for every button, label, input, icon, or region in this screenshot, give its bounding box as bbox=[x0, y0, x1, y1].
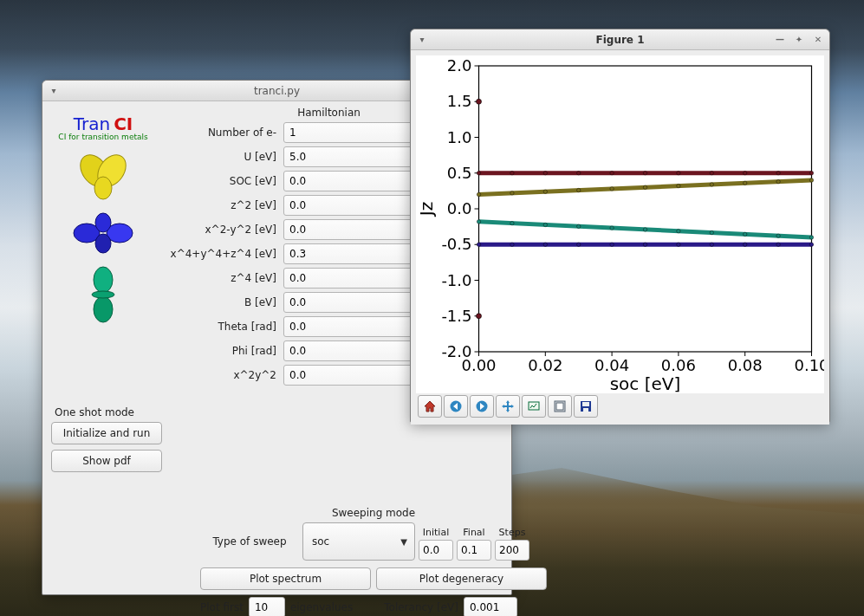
steps-label: Steps bbox=[499, 527, 526, 538]
svg-point-67 bbox=[543, 223, 547, 226]
orbital-blue-icon bbox=[53, 212, 153, 254]
type-of-sweep-label: Type of sweep bbox=[200, 535, 299, 548]
save-icon[interactable] bbox=[574, 395, 598, 418]
orbital-yellow-icon bbox=[53, 153, 153, 200]
final-label: Final bbox=[463, 527, 484, 538]
maximize-icon[interactable]: ✦ bbox=[793, 33, 805, 45]
svg-point-84 bbox=[744, 243, 747, 246]
svg-text:0.06: 0.06 bbox=[661, 356, 696, 374]
svg-text:-0.5: -0.5 bbox=[441, 235, 471, 253]
svg-point-71 bbox=[677, 230, 680, 233]
final-input[interactable] bbox=[457, 540, 491, 561]
svg-point-53 bbox=[809, 172, 813, 175]
ham-field-label: SOC [eV] bbox=[153, 175, 283, 187]
plot-spectrum-button[interactable]: Plot spectrum bbox=[200, 567, 371, 590]
ham-field-label: Number of e- bbox=[153, 126, 283, 139]
window-menu-icon[interactable]: ▾ bbox=[48, 84, 60, 96]
svg-point-5 bbox=[95, 213, 111, 232]
svg-point-52 bbox=[776, 172, 780, 175]
brand-subtitle: CI for transition metals bbox=[53, 133, 153, 141]
svg-point-81 bbox=[643, 243, 646, 246]
plot-first-label: Plot first bbox=[200, 601, 244, 613]
ham-field-label: U [eV] bbox=[153, 151, 283, 163]
svg-point-49 bbox=[677, 172, 680, 175]
close-icon[interactable]: ✕ bbox=[812, 33, 824, 45]
svg-text:-1.0: -1.0 bbox=[441, 271, 471, 289]
svg-rect-95 bbox=[582, 402, 589, 406]
configure-icon[interactable] bbox=[548, 395, 572, 418]
svg-text:soc  [eV]: soc [eV] bbox=[610, 373, 681, 393]
sweeping-mode-label: Sweeping mode bbox=[200, 507, 547, 519]
svg-rect-93 bbox=[556, 403, 563, 410]
svg-point-63 bbox=[776, 179, 780, 183]
svg-text:0.5: 0.5 bbox=[447, 164, 472, 182]
svg-point-45 bbox=[543, 172, 547, 175]
tranci-title: tranci.py bbox=[254, 85, 300, 97]
type-of-sweep-dropdown[interactable]: soc ▼ bbox=[302, 522, 415, 561]
plot-first-input[interactable] bbox=[249, 597, 285, 616]
window-menu-icon[interactable]: ▾ bbox=[416, 33, 428, 45]
svg-point-70 bbox=[643, 228, 646, 231]
svg-point-73 bbox=[744, 232, 747, 236]
svg-point-54 bbox=[477, 192, 480, 196]
svg-point-88 bbox=[477, 314, 482, 319]
svg-point-77 bbox=[510, 243, 514, 246]
svg-point-86 bbox=[809, 243, 813, 246]
ham-field-label: Theta [rad] bbox=[153, 321, 283, 333]
svg-point-72 bbox=[710, 230, 713, 234]
initialize-and-run-button[interactable]: Initialize and run bbox=[51, 422, 162, 444]
svg-text:2.0: 2.0 bbox=[447, 56, 472, 75]
svg-point-6 bbox=[95, 234, 111, 253]
svg-point-58 bbox=[610, 187, 614, 191]
svg-point-9 bbox=[92, 291, 114, 298]
ham-field-label: x^4+y^4+z^4 [eV] bbox=[153, 248, 283, 260]
svg-point-64 bbox=[809, 178, 813, 182]
svg-point-44 bbox=[510, 172, 514, 175]
svg-point-56 bbox=[543, 190, 547, 193]
tolerancy-input[interactable] bbox=[464, 597, 517, 616]
svg-point-51 bbox=[744, 172, 747, 175]
svg-point-7 bbox=[94, 267, 113, 293]
svg-text:0.08: 0.08 bbox=[728, 356, 763, 374]
minimize-icon[interactable]: — bbox=[774, 33, 786, 45]
svg-point-69 bbox=[610, 226, 614, 230]
svg-point-62 bbox=[744, 181, 747, 185]
initial-input[interactable] bbox=[419, 540, 453, 561]
svg-point-59 bbox=[643, 185, 646, 189]
svg-point-61 bbox=[710, 183, 713, 186]
home-icon[interactable] bbox=[418, 395, 442, 418]
chart: -2.0-1.5-1.0-0.50.00.51.01.52.00.000.020… bbox=[416, 55, 824, 393]
svg-point-48 bbox=[643, 172, 646, 175]
brand-logo: TranCI bbox=[53, 113, 153, 134]
svg-point-47 bbox=[610, 172, 614, 175]
back-icon[interactable] bbox=[444, 395, 468, 418]
show-pdf-button[interactable]: Show pdf bbox=[51, 450, 162, 472]
ham-field-label: x^2-y^2 [eV] bbox=[153, 224, 283, 236]
tolerancy-label: Tolerancy [eV] bbox=[384, 601, 458, 613]
pan-icon[interactable] bbox=[496, 395, 520, 418]
figure-window: ▾ Figure 1 — ✦ ✕ -2.0-1.5-1.0-0.50.00.51… bbox=[410, 29, 830, 423]
svg-point-2 bbox=[94, 177, 112, 199]
svg-text:Jz: Jz bbox=[416, 202, 437, 217]
svg-point-75 bbox=[809, 236, 813, 239]
svg-point-80 bbox=[610, 243, 614, 246]
svg-text:1.5: 1.5 bbox=[447, 92, 472, 110]
initial-label: Initial bbox=[423, 527, 449, 538]
svg-text:0.02: 0.02 bbox=[528, 356, 562, 374]
plot-degeneracy-button[interactable]: Plot degeneracy bbox=[376, 567, 547, 590]
svg-rect-91 bbox=[529, 402, 539, 410]
eigenvalues-label: eigenvalues bbox=[290, 601, 353, 613]
steps-input[interactable] bbox=[495, 540, 529, 561]
ham-field-label: z^2 [eV] bbox=[153, 199, 283, 211]
zoom-icon[interactable] bbox=[522, 395, 546, 418]
svg-point-82 bbox=[677, 243, 680, 246]
svg-point-55 bbox=[510, 191, 514, 195]
svg-point-68 bbox=[577, 224, 581, 228]
svg-point-46 bbox=[577, 172, 581, 175]
svg-point-78 bbox=[543, 243, 547, 246]
logo-column: TranCI CI for transition metals bbox=[49, 107, 153, 389]
forward-icon[interactable] bbox=[470, 395, 494, 418]
svg-point-60 bbox=[677, 184, 680, 187]
svg-text:0.0: 0.0 bbox=[447, 199, 472, 217]
figure-titlebar[interactable]: ▾ Figure 1 — ✦ ✕ bbox=[411, 29, 829, 50]
